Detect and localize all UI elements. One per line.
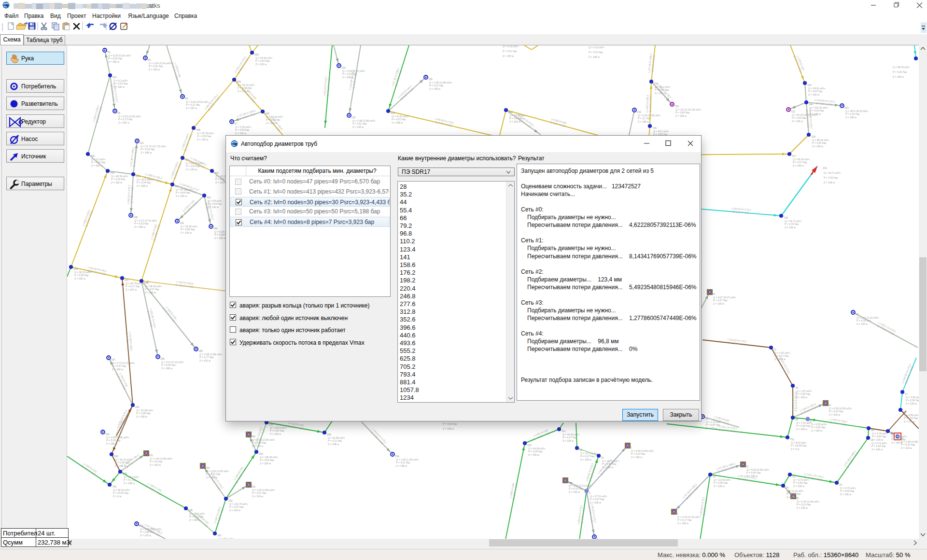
svg-text:Z = 194 м: Z = 194 м (811, 429, 822, 432)
svg-text:Z = 193 м: Z = 193 м (266, 122, 277, 125)
svg-text:P = 4,97 бар: P = 4,97 бар (145, 288, 159, 291)
svg-text:P = 5,01 бар: P = 5,01 бар (189, 515, 204, 518)
svg-text:P = 6,23 бар: P = 6,23 бар (631, 452, 646, 455)
svg-text:Q = 2,65 (2,65) м3/ч: Q = 2,65 (2,65) м3/ч (106, 436, 129, 439)
svg-text:Q = 9,76 м3/ч: Q = 9,76 м3/ч (872, 432, 887, 435)
svg-text:105.: 105. (428, 78, 433, 81)
svg-text:P = 5,63 бар: P = 5,63 бар (108, 57, 123, 60)
svg-text:312.: 312. (527, 444, 532, 447)
svg-text:289.: 289. (123, 472, 127, 475)
svg-text:Z = 196 м: Z = 196 м (569, 490, 580, 493)
svg-text:233.: 233. (637, 111, 642, 113)
svg-text:Z = 198 м: Z = 198 м (443, 427, 454, 430)
svg-text:Z = 194 м: Z = 194 м (871, 448, 883, 451)
svg-text:Q = 63,2 м3/ч: Q = 63,2 м3/ч (653, 130, 669, 133)
svg-text:Z = 196 м: Z = 196 м (812, 145, 823, 148)
svg-text:185.: 185. (198, 350, 203, 352)
svg-text:P = 6,47 бар: P = 6,47 бар (602, 462, 617, 465)
svg-text:Q = 35,78 м3/ч: Q = 35,78 м3/ч (197, 132, 214, 135)
svg-text:P = 4,51 бар: P = 4,51 бар (503, 50, 517, 53)
svg-text:192.: 192. (105, 433, 110, 435)
svg-text:91.: 91. (601, 456, 604, 459)
svg-text:Z = 195 м: Z = 195 м (840, 493, 851, 496)
svg-text:99.: 99. (900, 437, 903, 440)
svg-text:Q = 8,52 м3/ч: Q = 8,52 м3/ч (791, 441, 806, 444)
svg-text:Q = 3,62 (3,62) м3/ч: Q = 3,62 (3,62) м3/ч (186, 100, 209, 103)
svg-text:447.: 447. (125, 279, 129, 281)
svg-text:P = 5,63 бар: P = 5,63 бар (111, 178, 126, 181)
svg-text:Z = 185 м: Z = 185 м (137, 184, 148, 187)
svg-text:24.: 24. (786, 486, 789, 489)
svg-text:98.: 98. (117, 112, 121, 114)
svg-text:Z = 200 м: Z = 200 м (509, 120, 520, 123)
svg-text:Q = 35,65 м3/ч: Q = 35,65 м3/ч (181, 225, 197, 228)
svg-text:P = 4,01 бар: P = 4,01 бар (392, 118, 406, 121)
svg-text:Q = 0 (0) м3/ч: Q = 0 (0) м3/ч (503, 45, 519, 48)
svg-text:Q = 15,15 (15,15) м3/ч: Q = 15,15 (15,15) м3/ч (675, 108, 701, 111)
svg-text:Q = 64,69 м3/ч: Q = 64,69 м3/ч (562, 433, 579, 436)
svg-text:93.: 93. (148, 58, 151, 61)
svg-text:746.: 746. (112, 485, 117, 488)
svg-text:Q = 27,51 м3/ч: Q = 27,51 м3/ч (590, 495, 607, 498)
svg-text:P = 5,38 бар: P = 5,38 бар (136, 412, 151, 415)
svg-text:P = 3,83 бар: P = 3,83 бар (675, 111, 690, 114)
svg-text:468.: 468. (265, 112, 270, 115)
svg-text:Z = 180 м: Z = 180 м (108, 60, 119, 63)
svg-text:Q = 58,32 м3/ч: Q = 58,32 м3/ч (113, 489, 130, 491)
svg-text:Q = 63,2 м3/ч: Q = 63,2 м3/ч (655, 85, 670, 88)
svg-text:Q = 49,9 (49,9) м3/ч: Q = 49,9 (49,9) м3/ч (845, 110, 868, 112)
svg-text:P = 4,54 бар: P = 4,54 бар (252, 441, 267, 444)
svg-text:292.: 292. (228, 499, 233, 502)
svg-text:P = 4,07 бар: P = 4,07 бар (793, 161, 807, 164)
svg-text:P = 5,47 бар: P = 5,47 бар (112, 364, 126, 367)
svg-text:Z = 193 м: Z = 193 м (503, 55, 514, 57)
svg-text:Z = 195 м: Z = 195 м (677, 522, 688, 525)
svg-text:Q = 12,22 м3/ч: Q = 12,22 м3/ч (787, 490, 803, 492)
svg-text:P = 4,57 бар: P = 4,57 бар (229, 505, 244, 508)
svg-text:31.: 31. (773, 348, 777, 351)
svg-text:Q = 2,98 (2,98) м3/ч: Q = 2,98 (2,98) м3/ч (901, 440, 919, 443)
svg-text:Z = 199 м: Z = 199 м (655, 92, 666, 95)
svg-text:Z = 188 м: Z = 188 м (115, 464, 126, 467)
svg-text:186.: 186. (160, 357, 165, 360)
svg-text:Z = 190 м: Z = 190 м (181, 231, 192, 234)
svg-text:Q = 8,8 м3/ч: Q = 8,8 м3/ч (208, 199, 222, 202)
svg-text:Q = 41,61 м3/ч: Q = 41,61 м3/ч (392, 115, 408, 118)
svg-text:Q = 2,46 (2,46) м3/ч: Q = 2,46 (2,46) м3/ч (797, 500, 819, 503)
svg-text:P = 6,17 бар: P = 6,17 бар (774, 354, 789, 357)
svg-text:P = 5,34 бар: P = 5,34 бар (137, 181, 151, 184)
svg-text:234.: 234. (395, 455, 400, 458)
svg-text:452.: 452. (207, 196, 211, 199)
svg-text:P = 6,55 бар: P = 6,55 бар (706, 423, 720, 426)
svg-text:Z = 194 м: Z = 194 м (901, 447, 912, 449)
svg-text:P = 3,83 бар: P = 3,83 бар (655, 88, 669, 91)
svg-text:453.: 453. (185, 158, 190, 161)
svg-text:Z = 198 м: Z = 198 м (429, 87, 440, 90)
svg-text:Z = 195 м: Z = 195 м (785, 226, 796, 229)
svg-text:Z = 193 м: Z = 193 м (140, 534, 151, 537)
svg-text:190.: 190. (205, 466, 210, 469)
svg-text:Q = 6,55 (6,55) м3/ч: Q = 6,55 (6,55) м3/ч (746, 468, 769, 471)
svg-text:P = 5,11 бар: P = 5,11 бар (186, 103, 200, 106)
svg-text:Z = 195 м: Z = 195 м (796, 428, 807, 431)
svg-text:Q = 3,11 (3,11) м3/ч: Q = 3,11 (3,11) м3/ч (161, 361, 184, 364)
svg-text:Q = 5,21 (5,21) м3/ч: Q = 5,21 (5,21) м3/ч (569, 484, 591, 487)
svg-text:Z = 196 м: Z = 196 м (845, 116, 857, 119)
svg-text:Q = 3,66 м3/ч: Q = 3,66 м3/ч (906, 396, 919, 399)
svg-text:Z = 190 м: Z = 190 м (150, 463, 161, 466)
svg-text:Q = 0 (0) м3/ч: Q = 0 (0) м3/ч (589, 46, 604, 49)
svg-text:Z = 194 м: Z = 194 м (906, 402, 917, 405)
svg-text:P = 5,61 бар: P = 5,61 бар (91, 161, 106, 164)
svg-text:Z = 182 м: Z = 182 м (111, 181, 122, 184)
svg-text:Z = 192 м: Z = 192 м (206, 476, 217, 479)
svg-text:322.: 322. (807, 84, 812, 86)
svg-text:P = 6,56 бар: P = 6,56 бар (787, 492, 801, 495)
svg-text:P = 25,69 бар: P = 25,69 бар (791, 444, 806, 447)
svg-text:288.: 288. (188, 509, 193, 512)
svg-text:97.: 97. (234, 122, 238, 125)
svg-text:28.: 28. (871, 429, 874, 432)
svg-text:460.: 460. (254, 53, 259, 56)
svg-text:Q = 23,56 м3/ч: Q = 23,56 м3/ч (714, 478, 730, 481)
svg-text:Q = 58,32 м3/ч: Q = 58,32 м3/ч (74, 271, 91, 274)
svg-text:Q = 4,72 (4,72) м3/ч: Q = 4,72 (4,72) м3/ч (112, 362, 135, 364)
